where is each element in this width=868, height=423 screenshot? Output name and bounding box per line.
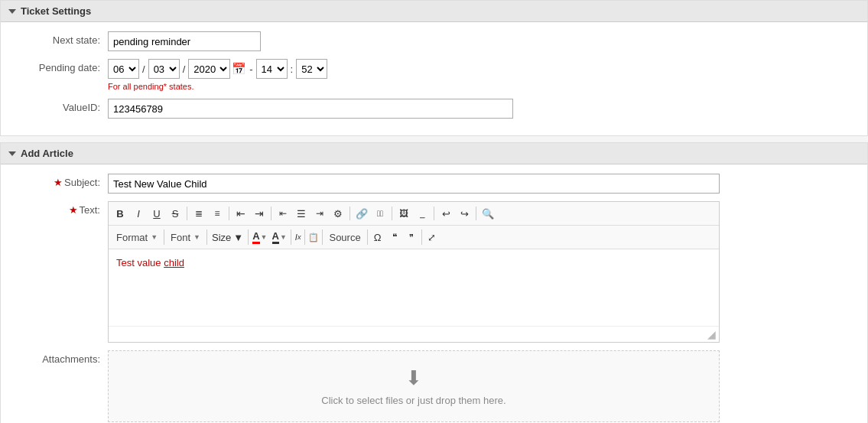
format-chevron: ▼: [151, 233, 158, 241]
toolbar-sep-7: [476, 207, 476, 220]
pending-date-row: Pending date: 06 0102030405 070809101112…: [1, 59, 867, 91]
editor-resize: ◢: [109, 326, 719, 342]
font-color-chevron: ▼: [261, 233, 268, 241]
editor-area[interactable]: Test value child: [109, 249, 719, 326]
font-color-button[interactable]: A ▼: [250, 229, 269, 246]
font-color-a-label: A: [252, 230, 259, 244]
text-control: B I U S ≣ ≡ ⇤ ⇥ ⇤ ☰ ⇥ ⚙: [108, 201, 860, 343]
dropdown-sep-3: [248, 229, 249, 245]
outdent-button[interactable]: ⇤: [232, 205, 249, 222]
strikethrough-button[interactable]: S: [167, 205, 184, 222]
pending-hint: For all pending* states.: [108, 82, 860, 91]
font-dropdown[interactable]: Font ▼: [166, 230, 205, 245]
find-button[interactable]: 🔍: [480, 205, 496, 222]
redo-button[interactable]: ↪: [456, 205, 473, 222]
add-article-body: ★Subject: ★Text: B I U S: [1, 164, 867, 423]
size-chevron: ▼: [233, 232, 243, 243]
next-state-input[interactable]: [108, 31, 261, 51]
toolbar-row-2: Format ▼ Font ▼ Size ▼: [109, 226, 719, 249]
add-article-arrow: [8, 151, 16, 156]
toolbar-row-1: B I U S ≣ ≡ ⇤ ⇥ ⇤ ☰ ⇥ ⚙: [109, 202, 719, 226]
attachments-row: Attachments: ⬇ Click to select files or …: [1, 350, 867, 422]
pending-date-control: 06 0102030405 070809101112 / 03 / 201820…: [108, 59, 860, 91]
special-char-button[interactable]: Ω: [369, 229, 386, 246]
insert-code-button[interactable]: ❞: [403, 229, 420, 246]
ticket-settings-header: Ticket Settings: [1, 1, 867, 22]
resize-handle[interactable]: ◢: [707, 328, 716, 340]
format-label: Format: [116, 232, 148, 243]
toolbar-sep-4: [349, 207, 350, 220]
toolbar-sep-2: [229, 207, 229, 220]
align-center-button[interactable]: ☰: [293, 205, 310, 222]
underline-button[interactable]: U: [148, 205, 165, 222]
horizontal-rule-button[interactable]: ⎯: [414, 205, 431, 222]
attachments-dropzone[interactable]: ⬇ Click to select files or just drop the…: [108, 350, 720, 422]
add-article-header: Add Article: [1, 143, 867, 164]
subject-label: ★Subject:: [8, 174, 108, 188]
source-button[interactable]: Source: [324, 230, 365, 245]
calendar-icon[interactable]: 📅: [232, 62, 246, 76]
bg-color-chevron: ▼: [280, 233, 287, 241]
font-label: Font: [171, 232, 190, 243]
dropdown-sep-7: [367, 229, 368, 245]
format-dropdown[interactable]: Format ▼: [112, 230, 162, 245]
ticket-settings-title: Ticket Settings: [21, 5, 91, 17]
font-chevron: ▼: [193, 233, 200, 241]
ordered-list-button[interactable]: ≣: [190, 205, 207, 222]
blockquote-button[interactable]: ❝: [386, 229, 403, 246]
add-article-title: Add Article: [21, 148, 73, 159]
size-label: Size: [212, 232, 231, 243]
subject-row: ★Subject:: [1, 174, 867, 194]
attachments-control: ⬇ Click to select files or just drop the…: [108, 350, 860, 422]
valueid-input[interactable]: [108, 99, 513, 119]
subject-input[interactable]: [108, 174, 720, 194]
next-state-row: Next state:: [1, 31, 867, 51]
clear-format-button[interactable]: Ix: [293, 229, 304, 246]
add-article-section: Add Article ★Subject: ★Text: B I: [0, 142, 868, 423]
align-justify-button[interactable]: ⚙: [330, 205, 346, 222]
next-state-control: [108, 31, 860, 51]
pending-minute-select[interactable]: 52: [296, 59, 327, 79]
size-dropdown[interactable]: Size ▼: [209, 230, 246, 245]
bg-color-a-label: A: [272, 230, 279, 244]
paste-from-word-button[interactable]: 📋: [307, 229, 320, 246]
attachments-label: Attachments:: [8, 350, 108, 365]
link-button[interactable]: 🔗: [353, 205, 370, 222]
pending-day-select[interactable]: 03: [148, 59, 180, 79]
italic-button[interactable]: I: [130, 205, 147, 222]
toolbar-sep-5: [392, 207, 392, 220]
image-button[interactable]: 🖼: [395, 205, 412, 222]
text-editor: B I U S ≣ ≡ ⇤ ⇥ ⇤ ☰ ⇥ ⚙: [108, 201, 720, 343]
dropdown-sep-2: [206, 229, 207, 245]
pending-date-label: Pending date:: [8, 59, 108, 73]
unlink-button[interactable]: 🔗⃠: [372, 205, 388, 222]
dropdown-sep-4: [291, 229, 291, 245]
editor-text-underlined: child: [164, 257, 184, 268]
attach-icon: ⬇: [405, 366, 422, 390]
undo-button[interactable]: ↩: [437, 205, 454, 222]
dropdown-sep-5: [304, 229, 305, 245]
bold-button[interactable]: B: [112, 205, 128, 222]
text-row: ★Text: B I U S ≣ ≡ ⇤ ⇥: [1, 201, 867, 343]
next-state-label: Next state:: [8, 31, 108, 46]
toolbar-sep-3: [271, 207, 271, 220]
dropdown-sep-1: [164, 229, 164, 245]
dropdown-sep-6: [322, 229, 323, 245]
align-left-button[interactable]: ⇤: [275, 205, 291, 222]
indent-button[interactable]: ⇥: [251, 205, 268, 222]
ticket-settings-body: Next state: Pending date: 06 0102030405 …: [1, 22, 867, 135]
pending-year-select[interactable]: 20182019202020212022: [188, 59, 230, 79]
toolbar-sep-6: [434, 207, 434, 220]
text-label: ★Text:: [8, 201, 108, 216]
valueid-row: ValueID:: [1, 99, 867, 119]
editor-text: Test value child: [116, 257, 184, 268]
maximize-button[interactable]: ⤢: [424, 229, 441, 246]
bg-color-button[interactable]: A ▼: [270, 229, 289, 246]
dropdown-sep-8: [421, 229, 422, 245]
align-right-button[interactable]: ⇥: [311, 205, 328, 222]
unordered-list-button[interactable]: ≡: [209, 205, 226, 222]
source-label: Source: [329, 232, 360, 243]
valueid-control: [108, 99, 860, 119]
pending-month-select[interactable]: 06 0102030405 070809101112: [108, 59, 139, 79]
pending-hour-select[interactable]: 14: [256, 59, 288, 79]
